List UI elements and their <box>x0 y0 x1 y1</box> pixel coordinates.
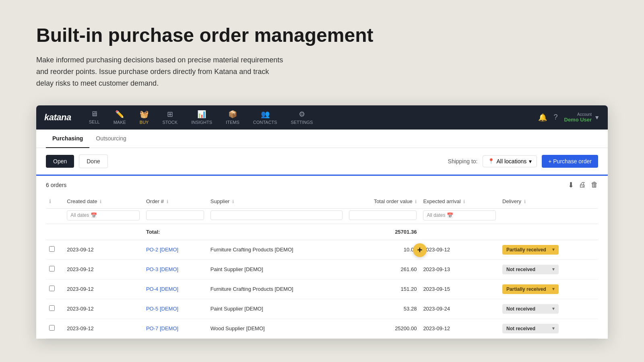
app-container: + katana 🖥 SELL ✏️ MAKE 🧺 BUY ⊞ <box>0 105 644 339</box>
tab-purchasing[interactable]: Purchasing <box>46 130 89 148</box>
contacts-icon: 👥 <box>261 110 270 119</box>
table-row: 2023-09-12 PO-4 [DEMO] Furniture Craftin… <box>46 279 598 299</box>
supplier-filter-input[interactable] <box>211 210 343 220</box>
order-link-0[interactable]: PO-2 [DEMO] <box>146 247 178 253</box>
row-delivery-3: Not received ▾ <box>499 299 598 319</box>
row-order-2: PO-4 [DEMO] <box>143 279 207 299</box>
expected-info-icon: ℹ <box>463 199 465 204</box>
delivery-badge-0[interactable]: Partially received ▾ <box>502 245 559 255</box>
created-date-filter[interactable]: All dates 📅 <box>67 210 140 220</box>
order-filter-input[interactable] <box>146 210 204 220</box>
account-label: Account <box>564 112 592 117</box>
floating-add-button[interactable]: + <box>413 243 427 257</box>
row-supplier-4: Wood Supplier [DEMO] <box>207 319 346 338</box>
calendar-icon: 📅 <box>91 212 97 218</box>
row-supplier-3: Paint Supplier [DEMO] <box>207 299 346 319</box>
order-link-1[interactable]: PO-3 [DEMO] <box>146 266 178 272</box>
purchase-order-button[interactable]: + Purchase order <box>542 155 598 168</box>
info-icon: ℹ <box>49 198 51 204</box>
table-meta: 6 orders ⬇ 🖨 🗑 <box>46 176 598 194</box>
row-total-3: 53.28 <box>346 299 420 319</box>
created-info-icon: ℹ <box>100 199 101 204</box>
tabs-bar: Purchasing Outsourcing <box>36 130 608 148</box>
nav-contacts[interactable]: 👥 CONTACTS <box>248 107 283 128</box>
nav-make[interactable]: ✏️ MAKE <box>108 107 132 128</box>
delivery-chevron-icon-4: ▾ <box>552 326 555 331</box>
row-checkbox-cell <box>46 279 64 299</box>
supplier-info-icon: ℹ <box>232 199 234 204</box>
row-created-3: 2023-09-12 <box>64 299 143 319</box>
delivery-badge-2[interactable]: Partially received ▾ <box>502 284 559 294</box>
filter-created-text: All dates <box>70 212 89 218</box>
delete-icon[interactable]: 🗑 <box>591 181 598 189</box>
delivery-label-3: Not received <box>506 306 535 312</box>
row-checkbox-2[interactable] <box>49 286 55 291</box>
locations-dropdown[interactable]: 📍 All locations ▾ <box>483 155 537 167</box>
nav-stock[interactable]: ⊞ STOCK <box>157 107 183 128</box>
download-icon[interactable]: ⬇ <box>568 181 574 189</box>
delivery-info-icon: ℹ <box>524 199 526 204</box>
row-expected-3: 2023-09-24 <box>420 299 499 319</box>
expected-date-filter[interactable]: All dates 📅 <box>423 210 496 220</box>
filter-expected-text: All dates <box>427 212 445 218</box>
sell-icon: 🖥 <box>91 110 98 118</box>
logo: katana <box>44 112 71 123</box>
row-supplier-1: Paint Supplier [DEMO] <box>207 259 346 279</box>
row-created-1: 2023-09-12 <box>64 259 143 279</box>
row-checkbox-1[interactable] <box>49 266 55 272</box>
delivery-badge-1[interactable]: Not received ▾ <box>502 265 559 274</box>
nav-settings[interactable]: ⚙ SETTINGS <box>285 107 318 128</box>
row-delivery-0: Partially received ▾ <box>499 240 598 259</box>
account-chevron-icon: ▼ <box>594 114 600 121</box>
row-order-0: PO-2 [DEMO] <box>143 240 207 259</box>
row-checkbox-cell <box>46 240 64 259</box>
delivery-label-1: Not received <box>506 267 535 272</box>
table-area: 6 orders ⬇ 🖨 🗑 ℹ Created date ℹ <box>36 176 608 339</box>
items-icon: 📦 <box>228 110 237 119</box>
delivery-chevron-icon-1: ▾ <box>552 267 555 272</box>
buy-icon: 🧺 <box>140 110 149 119</box>
nav-insights[interactable]: 📊 INSIGHTS <box>186 107 218 128</box>
col-supplier-header: Supplier ℹ <box>207 194 346 209</box>
notifications-icon[interactable]: 🔔 <box>538 113 547 122</box>
table-row: 2023-09-12 PO-3 [DEMO] Paint Supplier [D… <box>46 259 598 279</box>
location-icon: 📍 <box>488 158 494 164</box>
orders-table: ℹ Created date ℹ Order # ℹ Supplier ℹ <box>46 194 598 339</box>
row-expected-4: 2023-09-12 <box>420 319 499 338</box>
print-icon[interactable]: 🖨 <box>579 181 586 189</box>
row-checkbox-cell <box>46 299 64 319</box>
order-link-3[interactable]: PO-5 [DEMO] <box>146 306 178 312</box>
account-text: Account Demo User <box>564 112 592 123</box>
nav-settings-label: SETTINGS <box>291 120 313 125</box>
order-link-2[interactable]: PO-4 [DEMO] <box>146 286 178 292</box>
shipping-label: Shipping to: <box>448 158 478 165</box>
row-checkbox-3[interactable] <box>49 305 55 311</box>
help-icon[interactable]: ? <box>553 113 557 121</box>
delivery-badge-3[interactable]: Not received ▾ <box>502 304 559 314</box>
done-button[interactable]: Done <box>79 154 107 168</box>
nav-sell[interactable]: 🖥 SELL <box>83 107 105 128</box>
row-created-2: 2023-09-12 <box>64 279 143 299</box>
table-row: 2023-09-12 PO-7 [DEMO] Wood Supplier [DE… <box>46 319 598 338</box>
locations-value: All locations <box>497 158 527 165</box>
tab-outsourcing[interactable]: Outsourcing <box>89 130 132 148</box>
delivery-label-4: Not received <box>506 326 535 331</box>
row-supplier-0: Furniture Crafting Products [DEMO] <box>207 240 346 259</box>
row-checkbox-4[interactable] <box>49 325 55 331</box>
delivery-label-0: Partially received <box>506 247 546 253</box>
account-menu[interactable]: Account Demo User ▼ <box>564 112 600 123</box>
insights-icon: 📊 <box>197 110 206 119</box>
nav-buy[interactable]: 🧺 BUY <box>134 107 155 128</box>
row-total-2: 151.20 <box>346 279 420 299</box>
open-button[interactable]: Open <box>46 155 74 168</box>
col-order-header: Order # ℹ <box>143 194 207 209</box>
account-name: Demo User <box>564 117 592 123</box>
nav-sell-label: SELL <box>89 119 100 124</box>
row-checkbox-0[interactable] <box>49 246 55 252</box>
total-value: 25701.36 <box>346 224 420 240</box>
nav-items[interactable]: 📦 ITEMS <box>220 107 245 128</box>
order-link-4[interactable]: PO-7 [DEMO] <box>146 325 178 331</box>
delivery-badge-4[interactable]: Not received ▾ <box>502 324 559 333</box>
total-filter-input[interactable] <box>349 210 417 220</box>
col-delivery-header: Delivery ℹ <box>499 194 598 209</box>
